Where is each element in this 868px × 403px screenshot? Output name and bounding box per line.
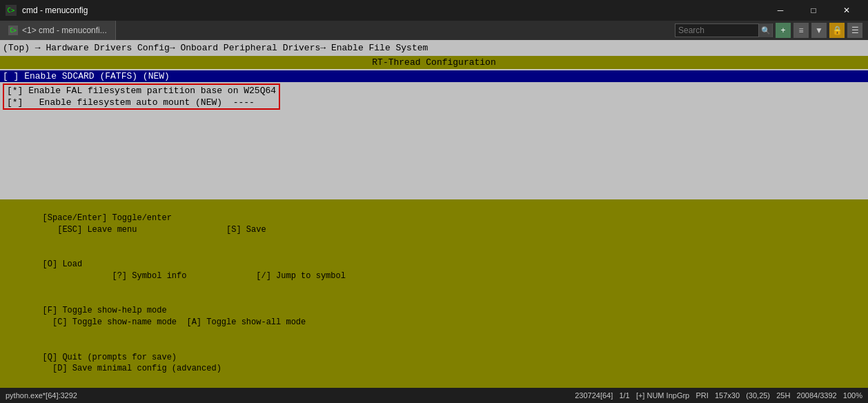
menu-content[interactable]: [ ] Enable SDCARD (FATFS) (NEW) [*] Enab… bbox=[0, 69, 868, 199]
status-line-3: [F] Toggle show-help mode [C] Toggle sho… bbox=[3, 294, 865, 340]
lock-button[interactable]: 🔒 bbox=[829, 23, 845, 38]
add-button[interactable]: + bbox=[776, 23, 791, 38]
breadcrumb: (Top) → Hardware Drivers Config→ Onboard… bbox=[0, 40, 868, 56]
maximize-button[interactable]: □ bbox=[798, 0, 829, 21]
status-save-min: [D] Save minimal config (advanced) bbox=[43, 364, 221, 373]
tab-label: <1> cmd - menuconfi... bbox=[22, 26, 107, 35]
search-button[interactable]: 🔍 bbox=[758, 23, 772, 37]
title-bar-left: C> cmd - menuconfig bbox=[6, 5, 88, 16]
cmd-area: (Top) → Hardware Drivers Config→ Onboard… bbox=[0, 40, 868, 388]
tab-bar: C> <1> cmd - menuconfi... 🔍 + ≡ ▼ 🔒 ☰ bbox=[0, 21, 868, 40]
minimize-button[interactable]: ─ bbox=[765, 0, 796, 21]
status-help: [F] Toggle show-help mode bbox=[43, 306, 167, 315]
menu-items-box: [*] Enable FAL filesystem partition base… bbox=[3, 83, 280, 110]
status-line-4: [Q] Quit (prompts for save) [D] Save min… bbox=[3, 340, 865, 386]
process-name: python.exe*[64]:3292 bbox=[6, 391, 77, 400]
status-quit: [Q] Quit (prompts for save) bbox=[43, 353, 177, 362]
title-bar-controls: ─ □ ✕ bbox=[765, 0, 862, 21]
status-leave: [ESC] Leave menu [S] Save bbox=[43, 225, 266, 235]
cmd-icon: C> bbox=[6, 5, 17, 16]
status-symbol: [?] Symbol info [/] Jump to symbol bbox=[43, 271, 346, 281]
status-load: [O] Load bbox=[43, 259, 83, 269]
search-input[interactable] bbox=[675, 26, 758, 35]
menu-item-1[interactable]: [*] Enable FAL filesystem partition base… bbox=[4, 85, 279, 97]
view-button[interactable]: ≡ bbox=[793, 23, 809, 38]
menu-item-2[interactable]: [*] Enable filesystem auto mount (NEW) -… bbox=[4, 97, 279, 108]
close-button[interactable]: ✕ bbox=[831, 0, 862, 21]
editor-status-right: 230724[64] 1/1 [+] NUM InpGrp PRI 157x30… bbox=[575, 391, 862, 400]
status-line-2: [O] Load [?] Symbol info [/] Jump to sym… bbox=[3, 247, 865, 293]
status-line-1: [Space/Enter] Toggle/enter [ESC] Leave m… bbox=[3, 201, 865, 247]
menu-item-selected[interactable]: [ ] Enable SDCARD (FATFS) (NEW) bbox=[0, 70, 868, 82]
status-bar: [Space/Enter] Toggle/enter [ESC] Leave m… bbox=[0, 199, 868, 388]
tab-cmd[interactable]: C> <1> cmd - menuconfi... bbox=[0, 21, 116, 40]
position-info: 230724[64] 1/1 [+] NUM InpGrp PRI 157x30… bbox=[575, 391, 862, 400]
down-button[interactable]: ▼ bbox=[811, 23, 827, 38]
title-bar: C> cmd - menuconfig ─ □ ✕ bbox=[0, 0, 868, 21]
status-toggle: [Space/Enter] Toggle/enter bbox=[43, 213, 172, 223]
menu-button[interactable]: ☰ bbox=[847, 23, 862, 38]
status-name: [C] Toggle show-name mode [A] Toggle sho… bbox=[43, 317, 306, 327]
menuconfig-main: RT-Thread Configuration [ ] Enable SDCAR… bbox=[0, 56, 868, 388]
search-box: 🔍 bbox=[675, 23, 773, 37]
title-bar-title: cmd - menuconfig bbox=[22, 6, 88, 15]
toolbar-right: 🔍 + ≡ ▼ 🔒 ☰ bbox=[675, 21, 868, 40]
editor-status-bar: python.exe*[64]:3292 230724[64] 1/1 [+] … bbox=[0, 388, 868, 403]
tab-icon: C> bbox=[8, 26, 18, 35]
menu-title: RT-Thread Configuration bbox=[0, 56, 868, 69]
